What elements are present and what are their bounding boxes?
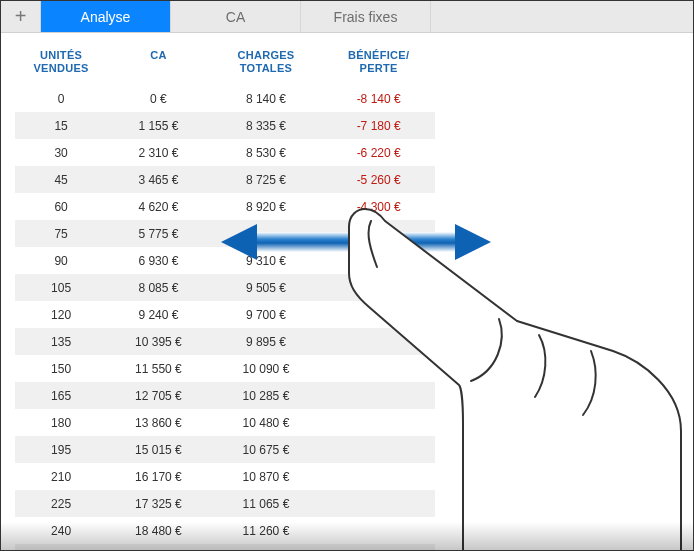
cell-units: 30 [15,139,107,166]
cell-units: 255 [15,544,107,550]
cell-units: 210 [15,463,107,490]
cell-charges: 9 895 € [210,328,323,355]
tab-frais-fixes[interactable]: Frais fixes [301,1,431,32]
cell-benefit: -8 140 € [322,85,435,112]
table-row[interactable]: 21016 170 €10 870 € [15,463,435,490]
cell-charges: 9 310 € [210,247,323,274]
table-row[interactable]: 453 465 €8 725 €-5 260 € [15,166,435,193]
cell-ca: 1 155 € [107,112,209,139]
cell-units: 165 [15,382,107,409]
cell-charges: 8 530 € [210,139,323,166]
cell-units: 90 [15,247,107,274]
cell-units: 135 [15,328,107,355]
table-row[interactable]: 15011 550 €10 090 € [15,355,435,382]
tab-label: CA [226,9,245,25]
table-row[interactable]: 1209 240 €9 700 € [15,301,435,328]
cell-units: 0 [15,85,107,112]
tab-bar: + AnalyseCAFrais fixes [1,1,693,33]
cell-benefit: € [322,274,435,301]
cell-units: 240 [15,517,107,544]
cell-ca: 11 550 € [107,355,209,382]
table-row[interactable]: 00 €8 140 €-8 140 € [15,85,435,112]
cell-charges: 9 505 € [210,274,323,301]
cell-units: 60 [15,193,107,220]
cell-units: 15 [15,112,107,139]
cell-benefit [322,382,435,409]
header-ca: CA [107,41,209,85]
cell-charges: 8 920 € [210,193,323,220]
cell-ca: 10 395 € [107,328,209,355]
cell-ca: 9 240 € [107,301,209,328]
cell-charges: 10 480 € [210,409,323,436]
cell-charges: 9 700 € [210,301,323,328]
cell-ca: 16 170 € [107,463,209,490]
cell-ca: 8 085 € [107,274,209,301]
table-row[interactable]: 16512 705 €10 285 € [15,382,435,409]
tab-analyse[interactable]: Analyse [41,1,171,32]
cell-charges: 10 675 € [210,436,323,463]
cell-units: 180 [15,409,107,436]
cell-benefit [322,544,435,550]
cell-benefit [322,328,435,355]
table-row[interactable]: 19515 015 €10 675 € [15,436,435,463]
cell-units: 45 [15,166,107,193]
cell-charges: 11 455 € [210,544,323,550]
cell-benefit [322,409,435,436]
cell-units: 120 [15,301,107,328]
cell-ca: 17 325 € [107,490,209,517]
add-tab-button[interactable]: + [1,1,41,32]
table-row[interactable]: 151 155 €8 335 €-7 180 € [15,112,435,139]
table-row[interactable]: 1058 085 €9 505 €€ [15,274,435,301]
cell-ca: 0 € [107,85,209,112]
cell-benefit [322,220,435,247]
tab-label: Frais fixes [334,9,398,25]
cell-benefit [322,490,435,517]
cell-benefit [322,463,435,490]
cell-benefit: 0 € [322,247,435,274]
cell-charges: 11 065 € [210,490,323,517]
table-row[interactable]: 13510 395 €9 895 € [15,328,435,355]
table-row[interactable]: 604 620 €8 920 €-4 300 € [15,193,435,220]
analysis-table: UNITÉS VENDUES CA CHARGES TOTALES BÉNÉFI… [15,41,435,550]
cell-units: 75 [15,220,107,247]
cell-benefit [322,355,435,382]
cell-charges: 10 285 € [210,382,323,409]
table-container: UNITÉS VENDUES CA CHARGES TOTALES BÉNÉFI… [1,33,693,550]
cell-benefit: -6 220 € [322,139,435,166]
cell-units: 105 [15,274,107,301]
cell-benefit [322,517,435,544]
cell-charges: 10 870 € [210,463,323,490]
cell-charges: 8 725 € [210,166,323,193]
table-row[interactable]: 302 310 €8 530 €-6 220 € [15,139,435,166]
table-header-row: UNITÉS VENDUES CA CHARGES TOTALES BÉNÉFI… [15,41,435,85]
cell-charges: 8 140 € [210,85,323,112]
header-units: UNITÉS VENDUES [15,41,107,85]
table-row[interactable]: 18013 860 €10 480 € [15,409,435,436]
cell-charges: 8 335 € [210,112,323,139]
table-row[interactable]: 906 930 €9 310 €0 € [15,247,435,274]
cell-ca: 2 310 € [107,139,209,166]
cell-ca: 19 635 € [107,544,209,550]
cell-charges [210,220,323,247]
cell-ca: 18 480 € [107,517,209,544]
tab-ca[interactable]: CA [171,1,301,32]
cell-ca: 6 930 € [107,247,209,274]
table-row[interactable]: 25519 635 €11 455 € [15,544,435,550]
cell-benefit: -4 300 € [322,193,435,220]
table-row[interactable]: 755 775 € [15,220,435,247]
plus-icon: + [15,5,27,28]
header-charges: CHARGES TOTALES [210,41,323,85]
table-row[interactable]: 24018 480 €11 260 € [15,517,435,544]
cell-ca: 15 015 € [107,436,209,463]
cell-charges: 10 090 € [210,355,323,382]
cell-ca: 12 705 € [107,382,209,409]
cell-ca: 4 620 € [107,193,209,220]
cell-benefit [322,301,435,328]
cell-ca: 13 860 € [107,409,209,436]
cell-ca: 3 465 € [107,166,209,193]
table-row[interactable]: 22517 325 €11 065 € [15,490,435,517]
tab-label: Analyse [81,9,131,25]
cell-units: 150 [15,355,107,382]
cell-benefit: -5 260 € [322,166,435,193]
header-benefit: BÉNÉFICE/ PERTE [322,41,435,85]
